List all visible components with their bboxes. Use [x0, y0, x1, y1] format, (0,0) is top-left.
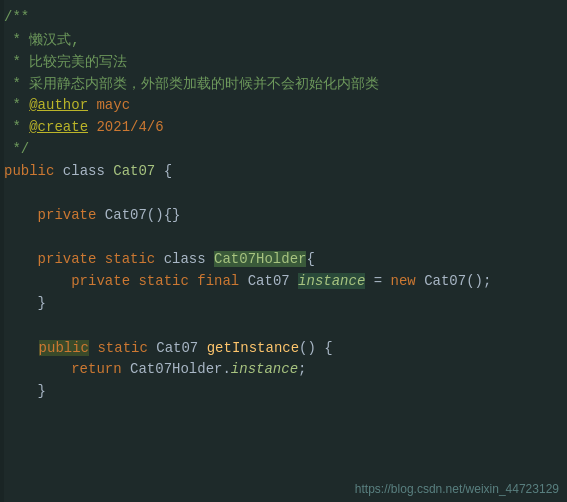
token: Cat07(){}: [96, 207, 180, 223]
token: 2021/4/6: [88, 119, 164, 135]
code-lines: /** * 懒汉式, * 比较完美的写法 * 采用静态内部类，外部类加载的时候并…: [0, 8, 567, 404]
token: }: [4, 383, 46, 399]
token: public: [4, 163, 54, 179]
token: private: [71, 273, 130, 289]
line-content: [0, 317, 567, 333]
token: static: [138, 273, 188, 289]
code-line: * 比较完美的写法: [0, 52, 567, 74]
token: static: [105, 251, 155, 267]
line-content: * @author mayc: [0, 97, 567, 113]
token: Cat07: [113, 163, 155, 179]
line-content: [0, 185, 567, 201]
token: @create: [29, 119, 88, 135]
line-content: * @create 2021/4/6: [0, 119, 567, 135]
code-line: * 懒汉式,: [0, 30, 567, 52]
line-content: public static Cat07 getInstance() {: [1, 340, 567, 356]
code-line: * @author mayc: [0, 96, 567, 118]
token: [4, 361, 71, 377]
code-line: */: [0, 140, 567, 162]
token: new: [391, 273, 416, 289]
token: [5, 340, 39, 356]
token: return: [71, 361, 121, 377]
code-line: private static final Cat07 instance = ne…: [0, 272, 567, 294]
token: [4, 251, 38, 267]
token: mayc: [88, 97, 130, 113]
left-gutter-bar: [0, 0, 4, 502]
line-content: */: [0, 141, 567, 157]
token: class: [54, 163, 113, 179]
code-line: 💡 public static Cat07 getInstance() {: [0, 338, 567, 360]
line-content: /**: [0, 9, 567, 25]
token: Cat07: [239, 273, 298, 289]
bulb-icon[interactable]: 💡: [0, 339, 3, 356]
token: final: [197, 273, 239, 289]
token: /**: [4, 9, 29, 25]
code-line: [0, 184, 567, 206]
token: private: [38, 207, 97, 223]
code-line: [0, 316, 567, 338]
code-line: private Cat07(){}: [0, 206, 567, 228]
token: @author: [29, 97, 88, 113]
code-line: * @create 2021/4/6: [0, 118, 567, 140]
token: Cat07(): [416, 273, 483, 289]
token: public: [39, 340, 89, 356]
token: * 比较完美的写法: [4, 54, 127, 70]
token: Cat07Holder.: [122, 361, 231, 377]
line-content: * 懒汉式,: [0, 31, 567, 49]
code-line: }: [0, 382, 567, 404]
code-line: public class Cat07 {: [0, 162, 567, 184]
line-content: * 采用静态内部类，外部类加载的时候并不会初始化内部类: [0, 75, 567, 93]
token: ;: [298, 361, 306, 377]
line-content: * 比较完美的写法: [0, 53, 567, 71]
token: * 采用静态内部类，外部类加载的时候并不会初始化内部类: [4, 76, 379, 92]
code-line: /**: [0, 8, 567, 30]
watermark: https://blog.csdn.net/weixin_44723129: [355, 482, 559, 496]
line-content: private Cat07(){}: [0, 207, 567, 223]
code-line: }: [0, 294, 567, 316]
token: }: [4, 295, 46, 311]
token: */: [4, 141, 29, 157]
token: () {: [299, 340, 333, 356]
line-content: }: [0, 295, 567, 311]
token: {: [155, 163, 172, 179]
token: private: [38, 251, 97, 267]
token: {: [306, 251, 314, 267]
token: [4, 273, 71, 289]
token: * 懒汉式,: [4, 32, 80, 48]
line-content: private static class Cat07Holder{: [0, 251, 567, 267]
token: static: [97, 340, 147, 356]
token: [189, 273, 197, 289]
line-content: public class Cat07 {: [0, 163, 567, 179]
code-line: private static class Cat07Holder{: [0, 250, 567, 272]
token: Cat07Holder: [214, 251, 306, 267]
token: getInstance: [207, 340, 299, 356]
line-content: private static final Cat07 instance = ne…: [0, 273, 567, 289]
code-line: [0, 228, 567, 250]
token: instance: [231, 361, 298, 377]
token: ;: [483, 273, 491, 289]
line-content: return Cat07Holder.instance;: [0, 361, 567, 377]
token: =: [365, 273, 390, 289]
line-content: }: [0, 383, 567, 399]
code-editor: /** * 懒汉式, * 比较完美的写法 * 采用静态内部类，外部类加载的时候并…: [0, 0, 567, 502]
code-line: * 采用静态内部类，外部类加载的时候并不会初始化内部类: [0, 74, 567, 96]
token: [96, 251, 104, 267]
token: [4, 207, 38, 223]
token: Cat07: [148, 340, 207, 356]
token: instance: [298, 273, 365, 289]
code-line: return Cat07Holder.instance;: [0, 360, 567, 382]
token: class: [155, 251, 214, 267]
token: *: [4, 119, 29, 135]
line-content: [0, 229, 567, 245]
token: *: [4, 97, 29, 113]
